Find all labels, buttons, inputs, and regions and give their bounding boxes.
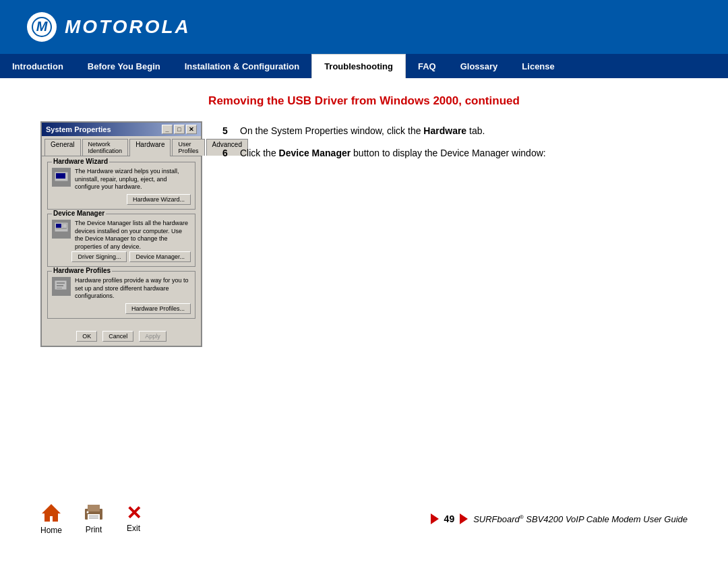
svg-rect-16 bbox=[88, 505, 100, 511]
dialog-footer: OK Cancel Apply bbox=[42, 328, 201, 346]
hardware-profiles-content: Hardware profiles provide a way for you … bbox=[52, 277, 191, 301]
step-5: 5 On the System Properties window, click… bbox=[222, 124, 688, 138]
svg-rect-17 bbox=[88, 514, 100, 520]
svg-rect-5 bbox=[57, 183, 65, 183]
device-manager-section: Device Manager The Device Manager lists … bbox=[47, 214, 195, 267]
home-button[interactable]: Home bbox=[40, 503, 62, 535]
device-manager-legend: Device Manager bbox=[52, 210, 106, 217]
hardware-wizard-legend: Hardware Wizard bbox=[52, 158, 109, 165]
apply-button[interactable]: Apply bbox=[139, 331, 166, 342]
hardware-wizard-section: Hardware Wizard The Hardware wizard help… bbox=[47, 162, 195, 210]
nav-item-before-you-begin[interactable]: Before You Begin bbox=[75, 54, 173, 78]
dialog-title-buttons: _ □ ✕ bbox=[162, 125, 197, 134]
svg-rect-18 bbox=[89, 516, 98, 517]
device-manager-button[interactable]: Device Manager... bbox=[129, 251, 191, 262]
hardware-wizard-icon bbox=[52, 168, 71, 187]
footer-page-info: 49 SURFboard® SBV4200 VoIP Cable Modem U… bbox=[431, 513, 688, 524]
svg-rect-4 bbox=[59, 181, 63, 183]
ok-button[interactable]: OK bbox=[76, 331, 97, 342]
svg-rect-7 bbox=[56, 224, 61, 228]
svg-rect-11 bbox=[57, 282, 65, 284]
hardware-wizard-button[interactable]: Hardware Wizard... bbox=[127, 194, 191, 205]
page-title: Removing the USB Driver from Windows 200… bbox=[40, 94, 688, 108]
hardware-profiles-button[interactable]: Hardware Profiles... bbox=[125, 303, 191, 314]
instructions: 5 On the System Properties window, click… bbox=[222, 121, 688, 168]
tab-hardware[interactable]: Hardware bbox=[129, 139, 171, 156]
page-number: 49 bbox=[444, 513, 455, 524]
svg-rect-8 bbox=[63, 224, 67, 228]
print-label: Print bbox=[86, 525, 102, 534]
svg-rect-13 bbox=[57, 288, 62, 288]
nav-item-troubleshooting[interactable]: Troubleshooting bbox=[311, 54, 406, 78]
device-manager-text: The Device Manager lists all the hardwar… bbox=[75, 220, 191, 251]
step-6: 6 Click the Device Manager button to dis… bbox=[222, 146, 688, 160]
step-5-text: On the System Properties window, click t… bbox=[240, 124, 688, 138]
device-manager-icon bbox=[52, 220, 71, 239]
nav-item-faq[interactable]: FAQ bbox=[406, 54, 448, 78]
hardware-wizard-button-container: Hardware Wizard... bbox=[52, 194, 191, 205]
svg-text:M: M bbox=[36, 19, 49, 34]
print-button[interactable]: Print bbox=[82, 503, 105, 534]
main-content: Removing the USB Driver from Windows 200… bbox=[0, 78, 728, 361]
svg-rect-9 bbox=[56, 228, 67, 229]
dialog-title: System Properties bbox=[46, 125, 111, 133]
hardware-profiles-button-container: Hardware Profiles... bbox=[52, 303, 191, 314]
dialog-tabs: General Network Identification Hardware … bbox=[42, 136, 201, 156]
arrow-right-icon-2 bbox=[460, 513, 468, 524]
exit-button[interactable]: ✕ Exit bbox=[125, 505, 142, 533]
hardware-wizard-text: The Hardware wizard helps you install, u… bbox=[75, 168, 191, 191]
print-icon bbox=[82, 503, 105, 522]
exit-label: Exit bbox=[127, 524, 140, 533]
device-manager-content: The Device Manager lists all the hardwar… bbox=[52, 220, 191, 251]
svg-rect-12 bbox=[57, 285, 63, 286]
tab-general[interactable]: General bbox=[44, 139, 81, 156]
step-6-number: 6 bbox=[222, 146, 233, 160]
content-body: System Properties _ □ ✕ General Network … bbox=[40, 121, 688, 347]
home-icon bbox=[40, 503, 62, 523]
nav-item-license[interactable]: License bbox=[510, 54, 566, 78]
hardware-wizard-content: The Hardware wizard helps you install, u… bbox=[52, 168, 191, 191]
arrow-right-icon bbox=[431, 513, 439, 524]
maximize-button[interactable]: □ bbox=[174, 125, 185, 134]
driver-signing-button[interactable]: Driver Signing... bbox=[71, 251, 127, 262]
minimize-button[interactable]: _ bbox=[162, 125, 173, 134]
footer: Home Print ✕ Exit 49 SURFboard® SBV4200 … bbox=[0, 503, 728, 535]
dialog-titlebar: System Properties _ □ ✕ bbox=[42, 123, 201, 136]
close-button[interactable]: ✕ bbox=[186, 125, 197, 134]
nav-item-glossary[interactable]: Glossary bbox=[448, 54, 510, 78]
tab-user-profiles[interactable]: User Profiles bbox=[172, 139, 204, 156]
dialog-screenshot: System Properties _ □ ✕ General Network … bbox=[40, 121, 202, 347]
nav-bar: Introduction Before You Begin Installati… bbox=[0, 54, 728, 78]
motorola-logo-circle: M bbox=[27, 12, 57, 42]
logo-text: MOTOROLA bbox=[65, 16, 191, 38]
step-6-text: Click the Device Manager button to displ… bbox=[240, 146, 688, 160]
home-label: Home bbox=[40, 526, 62, 535]
svg-rect-3 bbox=[56, 173, 65, 179]
hardware-profiles-text: Hardware profiles provide a way for you … bbox=[75, 277, 191, 301]
svg-point-20 bbox=[87, 511, 89, 513]
device-manager-buttons: Driver Signing... Device Manager... bbox=[52, 251, 191, 262]
footer-doc-title: SURFboard® SBV4200 VoIP Cable Modem User… bbox=[473, 513, 688, 524]
hardware-profiles-legend: Hardware Profiles bbox=[52, 267, 112, 274]
svg-rect-19 bbox=[89, 518, 98, 519]
motorola-logo: M MOTOROLA bbox=[27, 12, 191, 42]
step-5-number: 5 bbox=[222, 124, 233, 138]
nav-item-introduction[interactable]: Introduction bbox=[0, 54, 75, 78]
header-bar: M MOTOROLA bbox=[0, 0, 728, 54]
svg-marker-14 bbox=[42, 504, 61, 522]
tab-network-id[interactable]: Network Identification bbox=[82, 139, 129, 156]
exit-icon: ✕ bbox=[125, 505, 142, 521]
cancel-button[interactable]: Cancel bbox=[102, 331, 133, 342]
dialog-body: Hardware Wizard The Hardware wizard help… bbox=[42, 156, 201, 328]
nav-item-installation-config[interactable]: Installation & Configuration bbox=[173, 54, 311, 78]
hardware-profiles-icon bbox=[52, 277, 71, 296]
footer-nav: Home Print ✕ Exit bbox=[40, 503, 142, 535]
hardware-profiles-section: Hardware Profiles Hardware profiles prov… bbox=[47, 271, 195, 319]
